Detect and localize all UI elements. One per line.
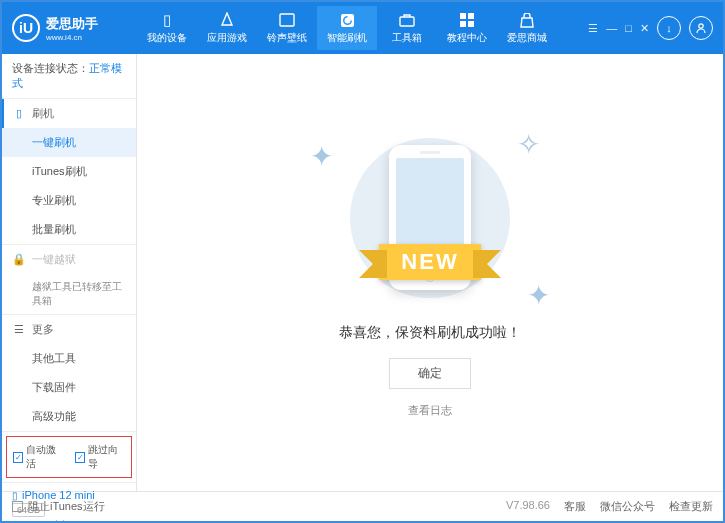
checkbox-auto-activate[interactable]: ✓自动激活: [13, 443, 63, 471]
block-itunes-label: 阻止iTunes运行: [28, 499, 105, 514]
nav-my-device[interactable]: ▯我的设备: [137, 6, 197, 50]
maximize-icon[interactable]: □: [625, 22, 632, 34]
view-log-link[interactable]: 查看日志: [408, 403, 452, 418]
svg-rect-0: [280, 14, 294, 26]
download-icon[interactable]: ↓: [657, 16, 681, 40]
check-icon: ✓: [13, 452, 23, 463]
svg-point-7: [699, 24, 703, 28]
main-nav: ▯我的设备 应用游戏 铃声壁纸 智能刷机 工具箱 教程中心 爱思商城: [137, 6, 588, 50]
svg-rect-3: [460, 13, 466, 19]
app-logo: iU 爱思助手 www.i4.cn: [12, 14, 137, 42]
app-header: iU 爱思助手 www.i4.cn ▯我的设备 应用游戏 铃声壁纸 智能刷机 工…: [2, 2, 723, 54]
nav-ringtones[interactable]: 铃声壁纸: [257, 6, 317, 50]
sidebar-item-batch-flash[interactable]: 批量刷机: [2, 215, 136, 244]
svg-rect-4: [468, 13, 474, 19]
close-icon[interactable]: ✕: [640, 22, 649, 35]
phone-icon: ▯: [12, 107, 26, 121]
wallpaper-icon: [257, 11, 317, 29]
sparkle-icon: ✧: [517, 128, 540, 161]
phone-icon: ▯: [137, 11, 197, 29]
nav-apps[interactable]: 应用游戏: [197, 6, 257, 50]
main-content: ✦ ✧ ✦ NEW 恭喜您，保资料刷机成功啦！ 确定 查看日志: [137, 54, 723, 491]
lock-icon: 🔒: [12, 253, 26, 267]
grid-icon: [437, 11, 497, 29]
nav-tutorials[interactable]: 教程中心: [437, 6, 497, 50]
svg-rect-2: [400, 17, 414, 26]
sidebar-item-oneclick-flash[interactable]: 一键刷机: [2, 128, 136, 157]
refresh-icon: [317, 11, 377, 29]
nav-flash[interactable]: 智能刷机: [317, 6, 377, 50]
checkbox-skip-wizard[interactable]: ✓跳过向导: [75, 443, 125, 471]
logo-icon: iU: [12, 14, 40, 42]
version-label: V7.98.66: [506, 499, 550, 514]
minimize-icon[interactable]: —: [606, 22, 617, 34]
jailbreak-note: 越狱工具已转移至工具箱: [2, 274, 136, 314]
nav-store[interactable]: 爱思商城: [497, 6, 557, 50]
connection-status: 设备连接状态：正常模式: [2, 54, 136, 99]
bag-icon: [497, 11, 557, 29]
checkbox-block-itunes[interactable]: [12, 501, 23, 512]
new-ribbon: NEW: [379, 244, 480, 280]
footer-link-update[interactable]: 检查更新: [669, 499, 713, 514]
app-name: 爱思助手: [46, 15, 98, 33]
phone-icon: ▯: [12, 490, 18, 501]
svg-rect-5: [460, 21, 466, 27]
sidebar-item-itunes-flash[interactable]: iTunes刷机: [2, 157, 136, 186]
check-icon: ✓: [75, 452, 85, 463]
nav-toolbox[interactable]: 工具箱: [377, 6, 437, 50]
svg-rect-6: [468, 21, 474, 27]
section-more[interactable]: ☰ 更多: [2, 315, 136, 344]
sidebar-item-download-firmware[interactable]: 下载固件: [2, 373, 136, 402]
sidebar-item-advanced[interactable]: 高级功能: [2, 402, 136, 431]
sidebar-item-pro-flash[interactable]: 专业刷机: [2, 186, 136, 215]
sidebar-item-other-tools[interactable]: 其他工具: [2, 344, 136, 373]
window-controls: ☰ — □ ✕ ↓: [588, 16, 713, 40]
list-icon: ☰: [12, 323, 26, 337]
footer-link-wechat[interactable]: 微信公众号: [600, 499, 655, 514]
sidebar: 设备连接状态：正常模式 ▯ 刷机 一键刷机 iTunes刷机 专业刷机 批量刷机…: [2, 54, 137, 491]
success-message: 恭喜您，保资料刷机成功啦！: [339, 324, 521, 342]
success-illustration: ✦ ✧ ✦ NEW: [320, 128, 540, 308]
device-model: Down-12mini-13,1: [12, 519, 126, 523]
footer-link-support[interactable]: 客服: [564, 499, 586, 514]
user-icon[interactable]: [689, 16, 713, 40]
menu-icon[interactable]: ☰: [588, 22, 598, 35]
section-flash[interactable]: ▯ 刷机: [1, 99, 136, 128]
sparkle-icon: ✦: [527, 279, 550, 312]
toolbox-icon: [377, 11, 437, 29]
sparkle-icon: ✦: [310, 140, 333, 173]
section-jailbreak[interactable]: 🔒 一键越狱: [2, 245, 136, 274]
apps-icon: [197, 11, 257, 29]
app-url: www.i4.cn: [46, 33, 98, 42]
options-highlight: ✓自动激活 ✓跳过向导: [6, 436, 132, 478]
confirm-button[interactable]: 确定: [389, 358, 471, 389]
